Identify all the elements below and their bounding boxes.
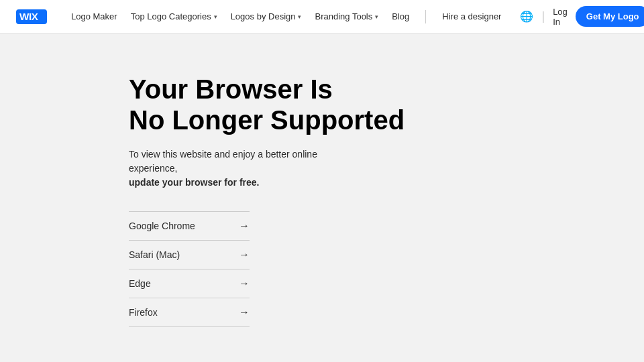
nav-link-top-logo-categories[interactable]: Top Logo Categories ▾ [131, 11, 217, 21]
browser-name-edge: Edge [129, 278, 151, 289]
browser-item-edge[interactable]: Edge → [129, 269, 250, 298]
page-subtext: To view this website and enjoy a better … [129, 147, 357, 190]
nav-link-branding-tools[interactable]: Branding Tools ▾ [315, 11, 378, 21]
arrow-icon: → [239, 278, 250, 290]
arrow-icon: → [239, 306, 250, 318]
chevron-down-icon: ▾ [375, 13, 378, 20]
globe-icon[interactable]: 🌐 [520, 10, 533, 23]
login-link[interactable]: Log In [553, 7, 568, 27]
nav-link-hire-designer[interactable]: Hire a designer [442, 11, 501, 21]
get-logo-button[interactable]: Get My Logo [576, 6, 644, 27]
browser-item-chrome[interactable]: Google Chrome → [129, 211, 250, 241]
chevron-down-icon: ▾ [214, 13, 217, 20]
browser-item-safari[interactable]: Safari (Mac) → [129, 241, 250, 269]
page-headline: Your Browser Is No Longer Supported [129, 74, 464, 135]
arrow-icon: → [239, 220, 250, 232]
main-content: Your Browser Is No Longer Supported To v… [0, 34, 644, 327]
chevron-down-icon: ▾ [298, 13, 301, 20]
browser-name-chrome: Google Chrome [129, 221, 195, 231]
browser-name-safari: Safari (Mac) [129, 249, 180, 260]
nav-link-logos-by-design[interactable]: Logos by Design ▾ [231, 11, 302, 21]
navbar: WIX Logo Maker Top Logo Categories ▾ Log… [0, 0, 644, 34]
arrow-icon: → [239, 249, 250, 261]
nav-divider: | [541, 9, 545, 23]
browser-list: Google Chrome → Safari (Mac) → Edge → Fi… [129, 211, 250, 327]
browser-item-firefox[interactable]: Firefox → [129, 298, 250, 327]
browser-name-firefox: Firefox [129, 307, 158, 318]
nav-divider [425, 10, 426, 23]
nav-link-blog[interactable]: Blog [392, 11, 409, 21]
nav-right: 🌐 | Log In Get My Logo [520, 6, 644, 27]
nav-links: Logo Maker Top Logo Categories ▾ Logos b… [71, 10, 501, 23]
nav-link-logo-maker[interactable]: Logo Maker [71, 11, 117, 21]
svg-text:WIX: WIX [19, 11, 38, 22]
wix-logo[interactable]: WIX [16, 9, 47, 24]
